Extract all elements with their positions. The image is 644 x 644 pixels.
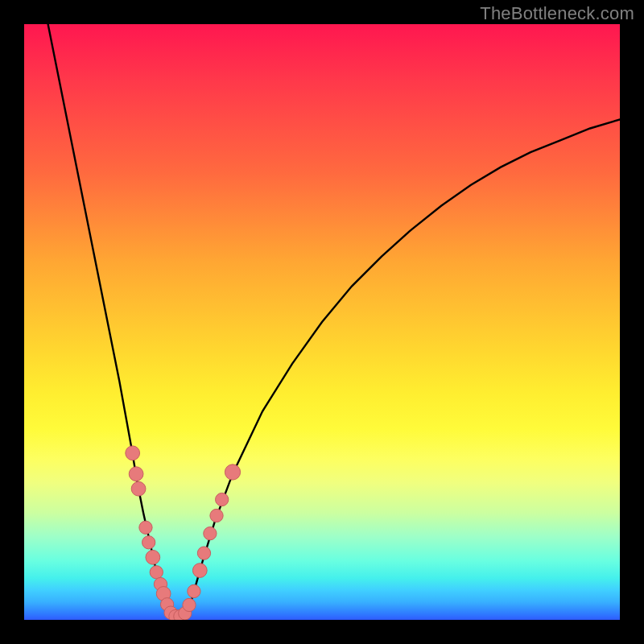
data-marker — [210, 509, 223, 522]
data-marker — [204, 527, 217, 540]
data-marker — [188, 584, 200, 597]
data-marker — [146, 550, 160, 564]
data-marker — [183, 598, 196, 611]
plot-area — [24, 24, 620, 620]
chart-frame: TheBottleneck.com — [0, 0, 644, 644]
data-marker — [139, 521, 152, 534]
data-marker — [225, 464, 240, 480]
data-marker — [150, 566, 163, 579]
watermark-text: TheBottleneck.com — [480, 3, 634, 24]
data-marker — [192, 564, 207, 578]
curve-right — [186, 119, 620, 613]
data-marker — [216, 493, 229, 506]
chart-svg — [24, 24, 620, 620]
data-marker — [197, 547, 210, 559]
data-marker — [142, 536, 155, 549]
data-marker — [131, 481, 146, 496]
data-marker — [126, 446, 140, 460]
data-markers — [126, 446, 241, 620]
data-marker — [129, 467, 143, 481]
